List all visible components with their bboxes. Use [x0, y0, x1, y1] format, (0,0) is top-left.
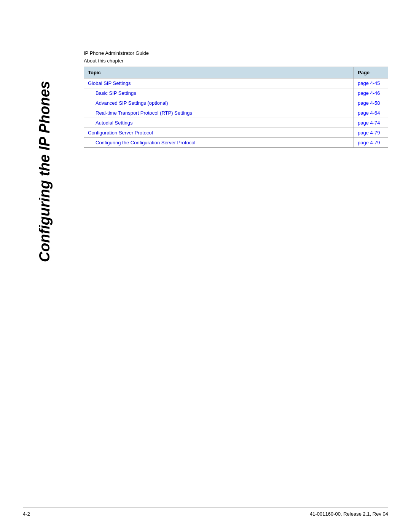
- page-cell[interactable]: page 4-74: [354, 118, 388, 128]
- topic-link[interactable]: Advanced SIP Settings (optional): [96, 100, 168, 106]
- topic-cell[interactable]: Advanced SIP Settings (optional): [84, 98, 354, 108]
- page-cell[interactable]: page 4-79: [354, 128, 388, 138]
- header-line2: About this chapter: [84, 57, 388, 65]
- topic-link[interactable]: Real-time Transport Protocol (RTP) Setti…: [96, 110, 192, 116]
- page-container: IP Phone Administrator Guide About this …: [0, 0, 411, 532]
- header-section: IP Phone Administrator Guide About this …: [84, 50, 388, 67]
- topic-cell[interactable]: Configuration Server Protocol: [84, 128, 354, 138]
- footer-page-number: 4-2: [23, 511, 30, 517]
- page-cell[interactable]: page 4-46: [354, 88, 388, 98]
- toc-table-container: Topic Page Global SIP Settingspage 4-45B…: [84, 67, 388, 148]
- page-cell[interactable]: page 4-45: [354, 78, 388, 88]
- topic-link[interactable]: Autodial Settings: [96, 120, 133, 126]
- topic-cell[interactable]: Autodial Settings: [84, 118, 354, 128]
- topic-cell[interactable]: Global SIP Settings: [84, 78, 354, 88]
- table-row: Global SIP Settingspage 4-45: [84, 78, 388, 88]
- table-row: Real-time Transport Protocol (RTP) Setti…: [84, 108, 388, 118]
- col-header-page: Page: [354, 67, 388, 78]
- table-row: Configuration Server Protocolpage 4-79: [84, 128, 388, 138]
- page-cell[interactable]: page 4-64: [354, 108, 388, 118]
- table-row: Advanced SIP Settings (optional)page 4-5…: [84, 98, 388, 108]
- footer-release-info: 41-001160-00, Release 2.1, Rev 04: [310, 511, 388, 517]
- topic-link[interactable]: Configuring the Configuration Server Pro…: [96, 140, 195, 145]
- table-row: Configuring the Configuration Server Pro…: [84, 138, 388, 148]
- topic-cell[interactable]: Configuring the Configuration Server Pro…: [84, 138, 354, 148]
- table-header-row: Topic Page: [84, 67, 388, 78]
- topic-cell[interactable]: Real-time Transport Protocol (RTP) Setti…: [84, 108, 354, 118]
- header-title: IP Phone Administrator Guide About this …: [84, 50, 388, 64]
- header-line1: IP Phone Administrator Guide: [84, 50, 388, 57]
- topic-link[interactable]: Configuration Server Protocol: [88, 130, 153, 136]
- toc-table: Topic Page Global SIP Settingspage 4-45B…: [84, 67, 388, 148]
- page-cell[interactable]: page 4-79: [354, 138, 388, 148]
- footer-section: 4-2 41-001160-00, Release 2.1, Rev 04: [23, 508, 388, 517]
- table-row: Basic SIP Settingspage 4-46: [84, 88, 388, 98]
- table-row: Autodial Settingspage 4-74: [84, 118, 388, 128]
- sidebar-title-container: Configuring the IP Phones: [11, 76, 79, 267]
- topic-cell[interactable]: Basic SIP Settings: [84, 88, 354, 98]
- topic-link[interactable]: Basic SIP Settings: [96, 90, 136, 96]
- page-cell[interactable]: page 4-58: [354, 98, 388, 108]
- topic-link[interactable]: Global SIP Settings: [88, 80, 131, 86]
- sidebar-title-text: Configuring the IP Phones: [37, 81, 53, 262]
- col-header-topic: Topic: [84, 67, 354, 78]
